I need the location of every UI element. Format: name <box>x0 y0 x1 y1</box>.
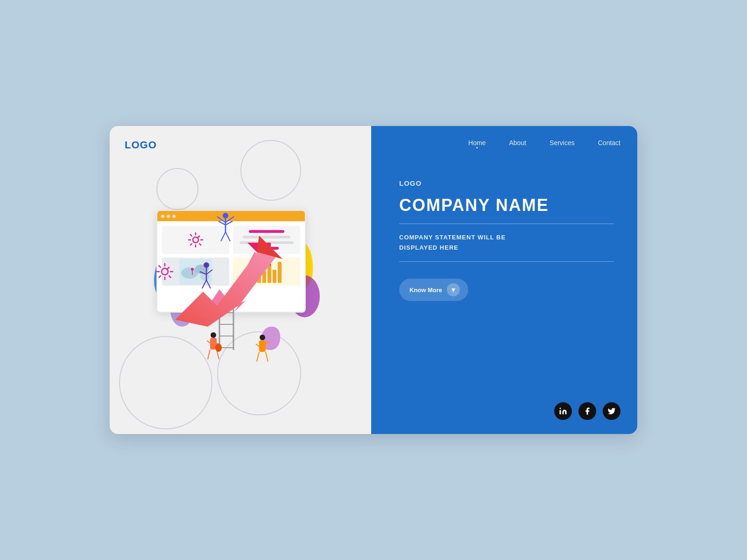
browser-dot-1 <box>161 215 164 218</box>
svg-point-38 <box>215 343 222 352</box>
browser-dot-3 <box>172 215 176 218</box>
figure-bag <box>205 331 222 364</box>
hero-statement: COMPANY STATEMENT WILL BEDISPLAYED HERE <box>399 232 614 253</box>
svg-point-26 <box>204 262 209 268</box>
twitter-svg <box>607 407 616 415</box>
svg-point-18 <box>223 213 228 218</box>
facebook-icon[interactable] <box>578 402 596 420</box>
nav-bar: Home About Services Contact <box>371 126 637 147</box>
hero-logo-text: LOGO <box>399 179 614 187</box>
left-panel: LOGO <box>110 126 371 434</box>
figure-looking <box>254 334 271 366</box>
svg-line-30 <box>202 280 206 288</box>
svg-line-22 <box>221 232 226 241</box>
down-arrow-icon: ▼ <box>447 283 460 296</box>
nav-item-contact[interactable]: Contact <box>598 139 620 147</box>
hero-divider-bottom <box>399 261 614 262</box>
svg-marker-10 <box>175 250 278 327</box>
main-card: LOGO <box>110 126 637 434</box>
social-bar <box>371 402 637 434</box>
figure-top <box>216 211 235 244</box>
hero-company-name: COMPANY NAME <box>399 196 614 215</box>
browser-dot-2 <box>167 215 170 218</box>
svg-line-31 <box>206 280 211 288</box>
svg-point-39 <box>260 335 265 340</box>
know-more-button[interactable]: Know More ▼ <box>399 279 468 301</box>
hero-illustration <box>128 201 352 378</box>
svg-point-32 <box>211 332 216 338</box>
know-more-label: Know More <box>409 287 442 294</box>
facebook-svg <box>583 407 592 415</box>
linkedin-svg <box>559 407 567 415</box>
nav-item-home[interactable]: Home <box>468 139 486 147</box>
logo-left: LOGO <box>125 139 157 151</box>
twitter-icon[interactable] <box>603 402 620 420</box>
hero-content: LOGO COMPANY NAME COMPANY STATEMENT WILL… <box>371 147 637 402</box>
svg-line-29 <box>206 270 212 274</box>
linkedin-icon[interactable] <box>554 402 572 420</box>
svg-line-44 <box>266 341 269 344</box>
hero-divider-top <box>399 224 614 224</box>
deco-circle-2 <box>240 140 301 201</box>
svg-line-28 <box>200 272 206 274</box>
right-panel: Home About Services Contact LOGO COMPANY… <box>371 126 637 434</box>
svg-line-43 <box>256 344 259 347</box>
svg-line-23 <box>226 232 230 241</box>
figure-climbing <box>198 261 215 289</box>
nav-item-services[interactable]: Services <box>550 139 575 147</box>
svg-line-42 <box>266 352 268 362</box>
svg-line-41 <box>257 352 259 362</box>
svg-line-36 <box>207 341 210 343</box>
svg-point-45 <box>560 408 561 409</box>
nav-item-about[interactable]: About <box>509 139 526 147</box>
svg-line-34 <box>208 350 210 359</box>
svg-rect-40 <box>259 340 266 352</box>
